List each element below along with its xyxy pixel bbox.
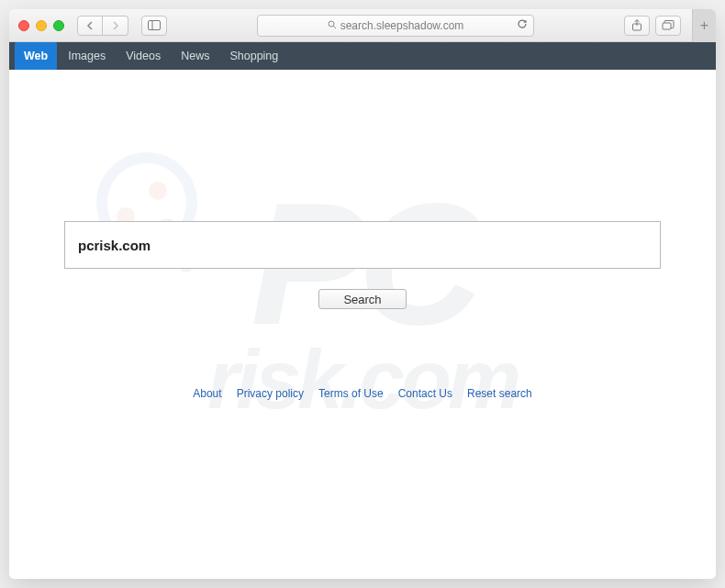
tab-web[interactable]: Web (15, 42, 57, 70)
watermark-text: risk.com (207, 333, 518, 427)
search-button[interactable]: Search (318, 289, 407, 309)
tab-label: Videos (126, 50, 161, 62)
address-bar[interactable]: search.sleepshadow.com (257, 15, 534, 37)
nav-buttons (77, 16, 128, 36)
footer-links: About Privacy policy Terms of Use Contac… (9, 387, 716, 400)
svg-rect-0 (149, 21, 161, 30)
maximize-icon[interactable] (53, 20, 64, 31)
new-tab-button[interactable]: + (692, 9, 716, 42)
close-icon[interactable] (18, 20, 29, 31)
tab-label: Shopping (229, 50, 278, 62)
tab-label: Images (68, 50, 106, 62)
sidebar-button[interactable] (141, 16, 167, 36)
reload-button[interactable] (517, 18, 528, 32)
plus-icon: + (700, 17, 708, 34)
tabs-icon (662, 20, 675, 31)
window-controls (18, 20, 64, 31)
footer-link-terms[interactable]: Terms of Use (318, 387, 384, 400)
svg-line-3 (333, 26, 336, 28)
search-input[interactable] (64, 221, 661, 269)
tab-videos[interactable]: Videos (117, 42, 170, 70)
watermark: PC risk.com (46, 97, 679, 524)
share-icon (631, 19, 642, 31)
svg-point-2 (329, 21, 334, 27)
footer-link-about[interactable]: About (193, 387, 221, 400)
tab-news[interactable]: News (172, 42, 218, 70)
minimize-icon[interactable] (36, 20, 47, 31)
chevron-left-icon (86, 21, 94, 30)
share-button[interactable] (624, 16, 650, 36)
tab-shopping[interactable]: Shopping (220, 42, 287, 70)
footer-link-privacy[interactable]: Privacy policy (237, 387, 304, 400)
titlebar: search.sleepshadow.com + (9, 9, 716, 42)
browser-window: search.sleepshadow.com + (9, 9, 716, 579)
footer-link-contact[interactable]: Contact Us (398, 387, 452, 400)
reload-icon (517, 18, 528, 29)
back-button[interactable] (77, 16, 103, 36)
search-area: Search (64, 221, 661, 309)
svg-rect-6 (663, 23, 671, 29)
forward-button[interactable] (103, 16, 128, 36)
chevron-right-icon (112, 21, 119, 30)
category-bar: Web Images Videos News Shopping (9, 42, 716, 70)
tab-label: Web (24, 50, 48, 62)
tab-images[interactable]: Images (59, 42, 115, 70)
tabs-button[interactable] (655, 16, 681, 36)
tab-label: News (181, 50, 209, 62)
toolbar-right (624, 16, 681, 36)
footer-link-reset-search[interactable]: Reset search (467, 387, 532, 400)
page-content: Web Images Videos News Shopping PC risk.… (9, 42, 716, 579)
address-text: search.sleepshadow.com (340, 19, 464, 32)
sidebar-icon (148, 20, 161, 30)
search-icon (328, 19, 337, 32)
